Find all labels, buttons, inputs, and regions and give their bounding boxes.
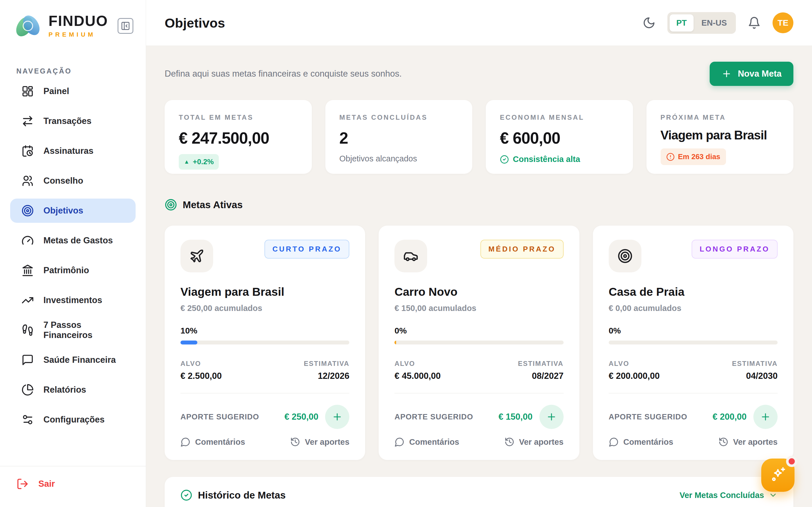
app-window: FINDUO PREMIUM NAVEGAÇÃO Painel Transaçõ… [0, 0, 812, 507]
check-circle-icon [500, 155, 509, 164]
active-goals-header: Metas Ativas [165, 199, 794, 211]
goal-percent: 10% [181, 326, 349, 335]
sidebar-item-metas-de-gastos[interactable]: Metas de Gastos [10, 228, 136, 252]
estimate-label: ESTIMATIVA [518, 360, 564, 368]
bell-icon [748, 16, 761, 29]
sidebar-item-saude-financeira[interactable]: Saúde Financeira [10, 348, 136, 372]
stat-value: 2 [340, 129, 458, 147]
new-goal-button[interactable]: Nova Meta [710, 62, 794, 86]
contribution-label: APORTE SUGERIDO [395, 413, 473, 421]
add-contribution-button[interactable] [325, 405, 349, 429]
assistant-fab-button[interactable] [761, 459, 795, 492]
comments-link[interactable]: Comentários [609, 437, 673, 447]
sidebar-item-transacoes[interactable]: Transações [10, 109, 136, 133]
divider [395, 393, 563, 393]
goal-percent: 0% [609, 326, 777, 335]
add-contribution-button[interactable] [753, 405, 777, 429]
stat-card-monthly-savings: ECONOMIA MENSAL € 600,00 Consistência al… [486, 100, 633, 174]
target-value: € 200.000,00 [609, 371, 660, 381]
comments-link[interactable]: Comentários [395, 437, 459, 447]
car-icon [395, 240, 427, 272]
goal-accumulated: € 150,00 acumulados [395, 304, 563, 313]
trend-badge: ▲ +0.2% [179, 154, 219, 170]
term-badge: LONGO PRAZO [692, 240, 777, 259]
nav-section-label: NAVEGAÇÃO [0, 45, 146, 79]
goal-card-viagem-para-brasil: CURTO PRAZO Viagem para Brasil € 250,00 … [165, 226, 365, 460]
new-goal-label: Nova Meta [738, 69, 781, 79]
goals-row: CURTO PRAZO Viagem para Brasil € 250,00 … [165, 226, 794, 460]
progress-bar [181, 341, 349, 344]
stat-card-completed: METAS CONCLUÍDAS 2 Objetivos alcançados [325, 100, 472, 174]
avatar[interactable]: TE [772, 12, 794, 33]
stat-caption: Objetivos alcançados [340, 154, 458, 163]
sidebar-item-painel[interactable]: Painel [10, 79, 136, 103]
logout-button[interactable]: Sair [16, 478, 130, 490]
sidebar-item-objetivos[interactable]: Objetivos [10, 199, 136, 223]
contribution-value: € 200,00 [712, 412, 747, 422]
footprints-icon [21, 324, 34, 336]
sidebar-item-label: 7 Passos Financeiros [43, 320, 124, 340]
view-contributions-link[interactable]: Ver aportes [290, 437, 349, 447]
target-value: € 45.000,00 [395, 371, 441, 381]
language-option-pt[interactable]: PT [670, 14, 694, 32]
gauge-icon [21, 234, 34, 247]
panel-collapse-icon [121, 21, 130, 31]
stat-card-total: TOTAL EM METAS € 247.500,00 ▲ +0.2% [165, 100, 312, 174]
sparkles-icon [769, 466, 786, 484]
sidebar-nav: Painel Transações Assinaturas Conselho O… [0, 79, 146, 438]
view-completed-goals-link[interactable]: Ver Metas Concluídas [679, 491, 777, 500]
sidebar-spacer [0, 438, 146, 466]
sidebar-collapse-button[interactable] [117, 18, 133, 34]
due-badge: Em 263 dias [661, 149, 726, 165]
sidebar-item-patrimonio[interactable]: Patrimônio [10, 258, 136, 283]
consistency-label: Consistência alta [513, 155, 580, 164]
goal-percent: 0% [395, 326, 563, 335]
goal-links: Comentários Ver aportes [609, 437, 777, 447]
target-value: € 2.500,00 [181, 371, 222, 381]
sidebar-item-conselho[interactable]: Conselho [10, 169, 136, 193]
notifications-button[interactable] [748, 16, 761, 29]
goal-meta-row: ALVO € 200.000,00 ESTIMATIVA 04/2030 [609, 360, 777, 381]
sidebar-item-investimentos[interactable]: Investimentos [10, 288, 136, 313]
language-switcher: PT EN-US [667, 12, 736, 34]
history-icon [290, 437, 300, 447]
goal-title: Carro Novo [395, 285, 563, 298]
sidebar-item-relatorios[interactable]: Relatórios [10, 378, 136, 402]
stat-label: PRÓXIMA META [661, 114, 779, 121]
sidebar-item-label: Painel [43, 86, 69, 96]
theme-toggle-button[interactable] [643, 16, 656, 29]
intro-row: Defina aqui suas metas financeiras e con… [165, 62, 794, 86]
view-contributions-link[interactable]: Ver aportes [504, 437, 564, 447]
brand-text: FINDUO PREMIUM [49, 13, 108, 38]
moon-icon [643, 16, 656, 29]
contribution-label: APORTE SUGERIDO [181, 413, 259, 421]
comments-label: Comentários [409, 438, 459, 447]
goal-card-carro-novo: MÉDIO PRAZO Carro Novo € 150,00 acumulad… [378, 226, 579, 460]
contribution-value: € 250,00 [285, 412, 319, 422]
topbar: Objetivos PT EN-US TE [146, 0, 812, 46]
sidebar-item-configuracoes[interactable]: Configurações [10, 407, 136, 432]
language-option-en[interactable]: EN-US [695, 14, 733, 32]
estimate-value: 12/2026 [304, 371, 350, 381]
comment-bubble-icon [395, 437, 405, 447]
sidebar-item-assinaturas[interactable]: Assinaturas [10, 139, 136, 163]
sidebar-item-label: Saúde Financeira [43, 355, 116, 365]
bank-icon [21, 264, 34, 277]
goal-accumulated: € 0,00 acumulados [609, 304, 777, 313]
progress-bar [395, 341, 563, 344]
view-contributions-link[interactable]: Ver aportes [718, 437, 777, 447]
term-badge: MÉDIO PRAZO [480, 240, 563, 259]
sidebar-item-7-passos[interactable]: 7 Passos Financeiros [10, 318, 136, 342]
logout-row: Sair [0, 466, 146, 507]
plus-icon [760, 411, 771, 422]
comments-link[interactable]: Comentários [181, 437, 245, 447]
estimate-value: 04/2030 [732, 371, 777, 381]
chevron-down-icon [769, 491, 777, 500]
notification-dot [786, 456, 797, 467]
history-card: Histórico de Metas Ver Metas Concluídas … [165, 477, 794, 507]
dashboard-icon [21, 85, 34, 98]
add-contribution-button[interactable] [539, 405, 564, 429]
goal-card-casa-de-praia: LONGO PRAZO Casa de Praia € 0,00 acumula… [593, 226, 794, 460]
sidebar-item-label: Transações [43, 116, 92, 126]
plus-icon [721, 69, 732, 79]
